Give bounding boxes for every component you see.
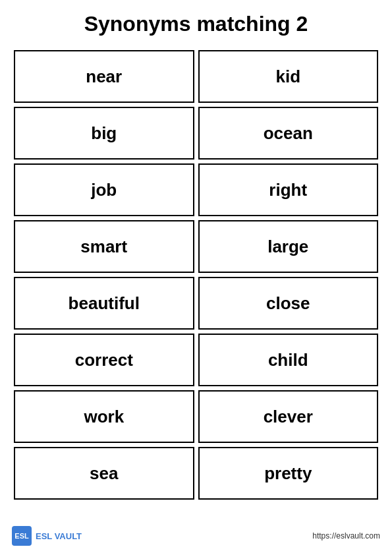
right-cell-6: clever [198,390,379,443]
right-cell-3: large [198,220,379,273]
left-cell-3: smart [14,220,194,273]
right-cell-7: pretty [198,447,379,500]
right-cell-0: kid [198,50,379,103]
matching-grid: nearkidbigoceanjobrightsmartlargebeautif… [0,48,392,502]
right-cell-1: ocean [198,107,379,160]
left-cell-2: job [14,163,194,216]
logo-icon: ESL [12,526,32,546]
left-cell-1: big [14,107,194,160]
left-cell-0: near [14,50,194,103]
logo-text: ESL VAULT [36,531,82,541]
footer-logo: ESL ESL VAULT [12,526,82,546]
left-cell-4: beautiful [14,277,194,330]
left-cell-7: sea [14,447,194,500]
left-cell-5: correct [14,334,194,386]
footer-url: https://eslvault.com [312,531,380,540]
footer: ESL ESL VAULT https://eslvault.com [0,526,392,546]
right-cell-5: child [198,334,379,386]
left-cell-6: work [14,390,194,443]
right-cell-4: close [198,277,379,330]
right-cell-2: right [198,163,379,216]
page-title: Synonyms matching 2 [0,0,392,45]
